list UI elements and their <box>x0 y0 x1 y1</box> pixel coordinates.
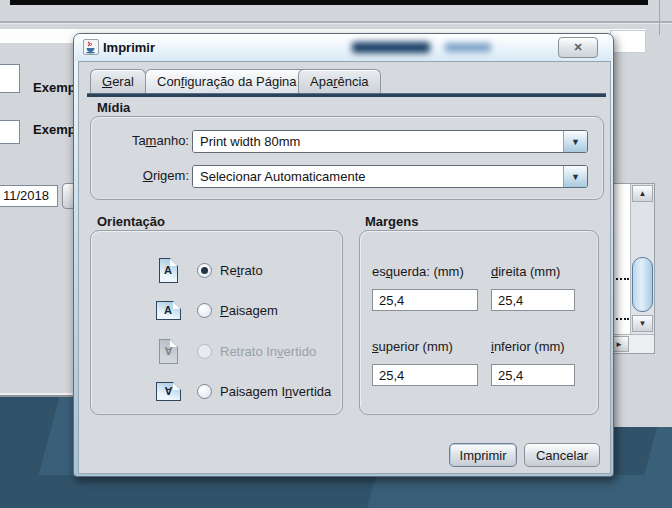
redacted-text-blur <box>445 43 491 52</box>
orientation-groupbox: A Retrato A Paisagem A Retrato Invertido… <box>90 230 343 415</box>
scroll-right-icon: ► <box>615 340 623 349</box>
screen: Exemp Exemp 11/2018 ▲ ▼ ► <box>0 0 672 508</box>
background-field-fragment <box>610 30 646 53</box>
tab-configuracao-da-pagina[interactable]: Configuração da Página <box>145 69 309 94</box>
margin-right-input[interactable] <box>491 289 575 311</box>
margins-group-title: Margens <box>365 214 418 229</box>
margins-groupbox: esquerda: (mm) direita (mm) superior (mm… <box>359 230 599 415</box>
cancel-button[interactable]: Cancelar <box>524 443 600 467</box>
option-label: Paisagem Invertida <box>220 384 331 399</box>
dialog-title: Imprimir <box>103 40 155 55</box>
tab-geral[interactable]: Geral <box>90 69 146 94</box>
margin-left-input[interactable] <box>372 289 478 311</box>
margin-bottom-input[interactable] <box>491 364 575 386</box>
tab-strip-underline <box>87 93 606 97</box>
margin-top-label: superior (mm) <box>372 339 453 354</box>
scroll-down-icon: ▼ <box>639 319 647 328</box>
landscape-inverted-icon: A <box>156 382 181 401</box>
source-combobox-value: Selecionar Automaticamente <box>193 166 563 187</box>
chevron-down-icon: ▼ <box>571 172 580 182</box>
print-button[interactable]: Imprimir <box>449 443 517 467</box>
radio-retrato[interactable] <box>197 263 212 278</box>
size-combobox-button[interactable]: ▼ <box>563 131 587 152</box>
background-table-fragment: ▲ ▼ ► <box>607 183 655 354</box>
dialog-content: Geral Configuração da Página Aparência M… <box>78 61 611 474</box>
source-label: Origem: <box>101 168 189 183</box>
option-label: Retrato Invertido <box>220 344 316 359</box>
option-paisagem-invertida[interactable]: A Paisagem Invertida <box>151 376 351 406</box>
landscape-icon: A <box>156 301 181 320</box>
background-text-field[interactable] <box>0 120 20 144</box>
portrait-inverted-icon: A <box>159 339 178 364</box>
portrait-icon: A <box>159 258 178 283</box>
size-label: Tamanho: <box>101 133 189 148</box>
size-combobox[interactable]: Print width 80mm ▼ <box>192 130 588 153</box>
print-dialog: Imprimir ✕ Geral Configuração da Página … <box>73 33 614 477</box>
option-paisagem[interactable]: A Paisagem <box>151 295 351 325</box>
radio-paisagem[interactable] <box>197 303 212 318</box>
option-label: Paisagem <box>220 303 278 318</box>
scroll-down-button[interactable]: ▼ <box>632 315 653 332</box>
background-label-exemplar-1: Exemp <box>33 80 76 95</box>
java-icon <box>83 39 99 55</box>
close-button[interactable]: ✕ <box>558 37 598 58</box>
option-retrato[interactable]: A Retrato <box>151 255 351 285</box>
background-label-exemplar-2: Exemp <box>33 122 76 137</box>
source-combobox-button[interactable]: ▼ <box>563 166 587 187</box>
scroll-up-icon: ▲ <box>639 189 647 198</box>
background-vertical-line <box>659 0 660 35</box>
background-text-field[interactable] <box>0 64 20 93</box>
tab-aparencia[interactable]: Aparência <box>298 69 381 94</box>
size-combobox-value: Print width 80mm <box>193 131 563 152</box>
scroll-up-button[interactable]: ▲ <box>632 185 653 202</box>
horizontal-scrollbar[interactable]: ► <box>608 334 654 353</box>
background-divider <box>0 21 672 23</box>
media-group-title: Mídia <box>97 100 130 115</box>
margin-top-input[interactable] <box>372 364 478 386</box>
background-top-bar <box>10 0 648 5</box>
media-groupbox: Tamanho: Print width 80mm ▼ Origem: Sele… <box>90 116 604 200</box>
radio-retrato-invertido <box>197 344 212 359</box>
background-date-field[interactable]: 11/2018 <box>0 185 58 207</box>
redacted-text-blur <box>352 42 430 53</box>
margin-right-label: direita (mm) <box>491 264 560 279</box>
radio-paisagem-invertida[interactable] <box>197 384 212 399</box>
margin-left-label: esquerda: (mm) <box>372 264 464 279</box>
dialog-titlebar[interactable]: Imprimir ✕ <box>75 34 612 61</box>
orientation-group-title: Orientação <box>97 214 165 229</box>
margin-bottom-label: inferior (mm) <box>491 339 565 354</box>
desktop-background <box>0 475 672 508</box>
source-combobox[interactable]: Selecionar Automaticamente ▼ <box>192 165 588 188</box>
scrollbar-thumb[interactable] <box>632 257 653 312</box>
option-label: Retrato <box>220 263 263 278</box>
option-retrato-invertido: A Retrato Invertido <box>151 336 351 366</box>
chevron-down-icon: ▼ <box>571 137 580 147</box>
vertical-scrollbar[interactable]: ▲ ▼ <box>630 184 654 334</box>
